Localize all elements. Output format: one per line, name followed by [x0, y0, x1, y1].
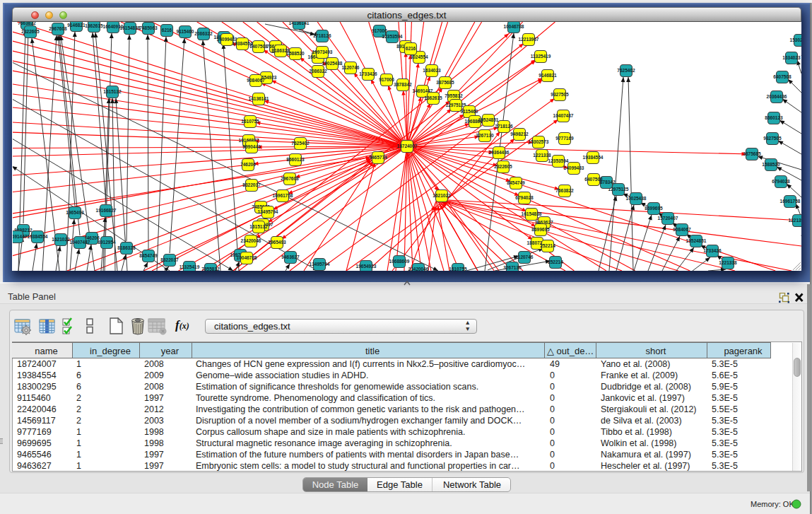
- svg-text:9498212: 9498212: [510, 132, 529, 136]
- svg-text:1615132: 1615132: [249, 224, 268, 229]
- svg-text:15720407: 15720407: [658, 216, 678, 221]
- svg-text:1615132: 1615132: [103, 89, 122, 94]
- svg-text:917006: 917006: [372, 28, 387, 33]
- svg-text:12975125: 12975125: [446, 103, 466, 107]
- svg-text:9463627: 9463627: [281, 255, 300, 259]
- svg-text:6407508: 6407508: [584, 177, 603, 182]
- svg-text:11325419: 11325419: [180, 264, 200, 269]
- svg-text:1588520: 1588520: [762, 162, 780, 167]
- svg-text:1733426: 1733426: [359, 71, 377, 76]
- svg-text:2718126: 2718126: [495, 124, 513, 129]
- svg-text:23420046: 23420046: [408, 267, 429, 271]
- svg-text:10046788: 10046788: [237, 255, 257, 260]
- svg-text:2086322: 2086322: [194, 31, 213, 36]
- svg-text:8660123: 8660123: [765, 115, 783, 120]
- svg-text:9115460: 9115460: [461, 109, 478, 114]
- svg-text:16961758: 16961758: [780, 199, 801, 204]
- svg-text:7955812: 7955812: [445, 93, 463, 98]
- svg-text:3267130: 3267130: [503, 265, 522, 270]
- svg-text:11325419: 11325419: [531, 54, 551, 59]
- svg-text:2322605: 2322605: [494, 164, 512, 169]
- svg-text:18724007: 18724007: [397, 144, 418, 148]
- svg-text:917006: 917006: [379, 77, 394, 82]
- svg-text:1120746: 1120746: [342, 65, 360, 70]
- svg-text:19384554: 19384554: [28, 234, 48, 239]
- svg-text:13495794: 13495794: [258, 209, 278, 214]
- svg-text:1621022: 1621022: [52, 237, 70, 242]
- svg-text:1965493: 1965493: [66, 210, 84, 215]
- svg-text:1610755: 1610755: [241, 119, 259, 124]
- svg-text:19524851: 19524851: [686, 238, 707, 243]
- svg-text:7625402: 7625402: [291, 141, 310, 146]
- svg-text:8699695: 8699695: [531, 227, 550, 232]
- svg-text:2322605: 2322605: [21, 29, 40, 34]
- svg-text:10407487: 10407487: [553, 113, 574, 118]
- svg-text:9327505: 9327505: [551, 92, 569, 97]
- svg-text:19654923: 19654923: [356, 264, 377, 269]
- svg-text:3878342: 3878342: [394, 82, 412, 87]
- svg-text:6216: 6216: [406, 46, 416, 51]
- svg-text:16154838: 16154838: [120, 25, 141, 30]
- svg-text:2086322: 2086322: [309, 69, 327, 74]
- svg-text:14099483: 14099483: [564, 165, 584, 170]
- svg-text:3267130: 3267130: [476, 133, 494, 138]
- svg-text:7663822: 7663822: [555, 188, 574, 193]
- svg-text:6407508: 6407508: [773, 74, 792, 79]
- svg-text:10046788: 10046788: [504, 24, 524, 29]
- svg-text:10025438: 10025438: [322, 61, 343, 66]
- svg-text:8186328: 8186328: [117, 245, 136, 250]
- svg-text:9084067: 9084067: [247, 78, 265, 83]
- svg-text:1120746: 1120746: [516, 255, 534, 259]
- svg-text:746206: 746206: [240, 162, 256, 167]
- svg-text:9146821: 9146821: [539, 73, 557, 78]
- svg-text:9990443: 9990443: [242, 144, 261, 149]
- svg-text:8912954: 8912954: [98, 240, 116, 245]
- svg-text:1965493: 1965493: [268, 240, 286, 245]
- svg-text:15302573: 15302573: [790, 37, 801, 42]
- svg-text:2967608: 2967608: [281, 176, 299, 181]
- svg-text:14136141: 14136141: [249, 96, 269, 101]
- svg-text:14691447: 14691447: [13, 234, 28, 239]
- svg-text:1362615: 1362615: [85, 23, 103, 28]
- svg-text:6407508: 6407508: [249, 44, 268, 49]
- svg-text:13495794: 13495794: [310, 262, 330, 267]
- svg-text:6216: 6216: [162, 28, 172, 33]
- svg-text:252214: 252214: [540, 243, 555, 248]
- svg-text:252214: 252214: [548, 259, 563, 264]
- svg-text:12213967: 12213967: [789, 218, 801, 223]
- svg-text:15302573: 15302573: [529, 139, 549, 144]
- svg-text:8660123: 8660123: [286, 157, 305, 162]
- svg-text:12353594: 12353594: [382, 34, 403, 39]
- svg-text:9777169: 9777169: [555, 136, 574, 141]
- svg-text:16961758: 16961758: [273, 193, 293, 198]
- svg-text:1221338: 1221338: [719, 260, 737, 265]
- svg-text:7625402: 7625402: [617, 68, 635, 73]
- svg-text:10973493: 10973493: [312, 49, 333, 54]
- svg-text:1634023: 1634023: [423, 68, 441, 73]
- svg-text:9146821: 9146821: [67, 23, 86, 28]
- svg-text:7485063: 7485063: [139, 25, 158, 30]
- svg-text:12213967: 12213967: [519, 37, 539, 42]
- svg-text:6794028: 6794028: [515, 195, 534, 200]
- svg-text:8322037: 8322037: [160, 257, 179, 262]
- svg-text:23420046: 23420046: [241, 238, 261, 243]
- svg-text:10688609: 10688609: [389, 259, 410, 264]
- svg-text:2967608: 2967608: [49, 26, 67, 31]
- svg-text:3875685: 3875685: [436, 80, 454, 85]
- svg-text:2718126: 2718126: [313, 33, 331, 38]
- svg-text:8322037: 8322037: [242, 182, 261, 187]
- svg-text:20364436: 20364436: [489, 150, 510, 155]
- svg-text:1733426: 1733426: [703, 248, 722, 253]
- svg-text:10407487: 10407487: [70, 240, 90, 245]
- svg-text:7663822: 7663822: [18, 22, 36, 25]
- svg-text:9084067: 9084067: [673, 227, 691, 232]
- svg-text:16154838: 16154838: [522, 211, 542, 216]
- svg-text:6794028: 6794028: [772, 179, 790, 184]
- svg-text:9115460: 9115460: [177, 29, 194, 34]
- svg-text:1634023: 1634023: [782, 55, 801, 60]
- svg-text:3024554: 3024554: [410, 54, 428, 59]
- svg-text:12353594: 12353594: [548, 158, 569, 163]
- svg-text:19384554: 19384554: [583, 155, 604, 160]
- svg-text:8454749: 8454749: [139, 253, 158, 258]
- svg-text:8454749: 8454749: [507, 180, 525, 185]
